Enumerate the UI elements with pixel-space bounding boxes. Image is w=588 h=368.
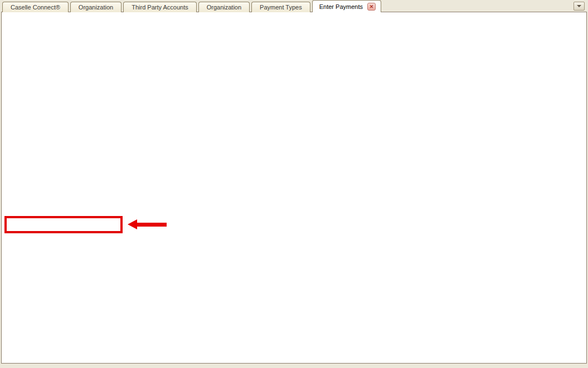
tab-label: Enter Payments bbox=[319, 3, 363, 10]
down-arrow-icon bbox=[577, 5, 581, 7]
arrow-shaft bbox=[137, 223, 167, 227]
tab-label: Caselle Connect® bbox=[11, 4, 60, 11]
tab-caselle-connect[interactable]: Caselle Connect® bbox=[2, 2, 69, 12]
tab-label: Third Party Accounts bbox=[132, 4, 188, 11]
close-icon[interactable]: ✕ bbox=[367, 3, 376, 11]
tab-label: Payment Types bbox=[260, 4, 302, 11]
tab-bar: Caselle Connect® Organization Third Part… bbox=[2, 0, 383, 12]
tab-organization-1[interactable]: Organization bbox=[70, 2, 122, 12]
tab-organization-2[interactable]: Organization bbox=[198, 2, 250, 12]
annotation-arrow bbox=[128, 219, 167, 229]
tab-label: Organization bbox=[79, 4, 113, 11]
enter-payments-panel bbox=[1, 12, 587, 364]
tab-payment-types[interactable]: Payment Types bbox=[251, 2, 310, 12]
tab-list-dropdown-button[interactable] bbox=[574, 2, 585, 11]
arrow-head bbox=[128, 219, 137, 229]
tab-third-party-accounts[interactable]: Third Party Accounts bbox=[123, 2, 197, 12]
tab-label: Organization bbox=[207, 4, 241, 11]
tab-enter-payments[interactable]: Enter Payments ✕ bbox=[312, 0, 381, 12]
highlight-box bbox=[4, 216, 123, 233]
